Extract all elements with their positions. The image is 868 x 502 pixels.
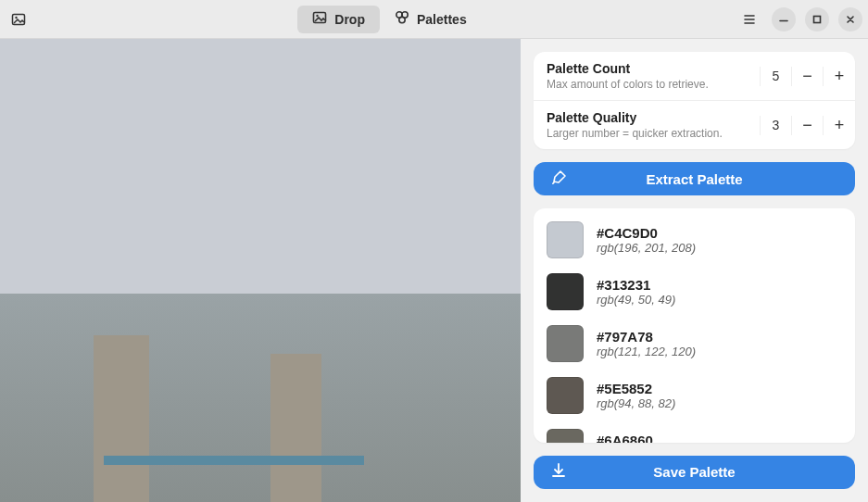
color-swatch <box>547 377 584 414</box>
increment-button[interactable]: + <box>824 116 855 135</box>
color-hex: #6A6860 <box>597 433 689 443</box>
svg-point-1 <box>15 16 17 18</box>
minimize-button[interactable] <box>772 7 796 31</box>
sidebar: Palette Count Max amount of colors to re… <box>521 39 868 502</box>
color-swatch <box>547 221 584 258</box>
download-icon <box>550 462 567 482</box>
color-swatch <box>547 325 584 362</box>
color-swatch <box>547 273 584 310</box>
color-row[interactable]: #6A6860 rgb(106, 104, 96) <box>534 421 855 443</box>
color-row[interactable]: #313231 rgb(49, 50, 49) <box>534 266 855 318</box>
color-rgb: rgb(94, 88, 82) <box>597 396 675 410</box>
app-image-icon[interactable] <box>6 6 31 32</box>
palette-icon <box>395 10 409 28</box>
svg-point-6 <box>399 17 405 22</box>
setting-subtitle: Max amount of colors to retrieve. <box>547 78 747 91</box>
color-rgb: rgb(49, 50, 49) <box>597 293 675 307</box>
settings-card: Palette Count Max amount of colors to re… <box>534 52 855 149</box>
image-icon <box>312 10 327 28</box>
save-label: Save Palette <box>653 464 735 480</box>
decrement-button[interactable]: − <box>792 67 824 86</box>
setting-palette-count: Palette Count Max amount of colors to re… <box>534 52 855 101</box>
image-pane[interactable] <box>0 39 521 502</box>
color-rgb: rgb(196, 201, 208) <box>597 241 696 255</box>
color-hex: #313231 <box>597 277 675 293</box>
decrement-button[interactable]: − <box>792 116 824 135</box>
color-rgb: rgb(121, 122, 120) <box>597 345 696 358</box>
dropped-image <box>0 39 521 502</box>
brush-icon <box>550 169 567 189</box>
close-button[interactable] <box>838 7 862 31</box>
setting-title: Palette Quality <box>547 110 747 125</box>
extract-label: Extract Palette <box>646 171 742 187</box>
setting-palette-quality: Palette Quality Larger number = quicker … <box>534 101 855 149</box>
stepper-value: 5 <box>761 67 792 86</box>
extract-palette-button[interactable]: Extract Palette <box>534 162 855 195</box>
save-palette-button[interactable]: Save Palette <box>534 456 855 489</box>
tab-drop[interactable]: Drop <box>297 6 380 33</box>
quantity-stepper: 3 − + <box>760 116 855 135</box>
tab-drop-label: Drop <box>334 12 365 27</box>
tab-palettes[interactable]: Palettes <box>380 6 482 33</box>
svg-rect-7 <box>814 16 821 22</box>
svg-point-3 <box>317 15 319 17</box>
color-hex: #5E5852 <box>597 381 675 396</box>
tab-palettes-label: Palettes <box>417 12 467 27</box>
setting-subtitle: Larger number = quicker extraction. <box>547 127 747 140</box>
quantity-stepper: 5 − + <box>760 67 855 86</box>
color-row[interactable]: #C4C9D0 rgb(196, 201, 208) <box>534 214 855 266</box>
stepper-value: 3 <box>761 116 792 135</box>
colors-list: #C4C9D0 rgb(196, 201, 208) #313231 rgb(4… <box>534 208 855 443</box>
maximize-button[interactable] <box>805 7 829 31</box>
menu-button[interactable] <box>736 6 762 32</box>
color-swatch <box>547 429 584 443</box>
color-row[interactable]: #5E5852 rgb(94, 88, 82) <box>534 370 855 421</box>
titlebar: Drop Palettes <box>0 0 868 39</box>
color-row[interactable]: #797A78 rgb(121, 122, 120) <box>534 318 855 370</box>
increment-button[interactable]: + <box>824 67 855 86</box>
color-hex: #797A78 <box>597 329 696 345</box>
setting-title: Palette Count <box>547 61 747 76</box>
color-hex: #C4C9D0 <box>597 225 696 241</box>
